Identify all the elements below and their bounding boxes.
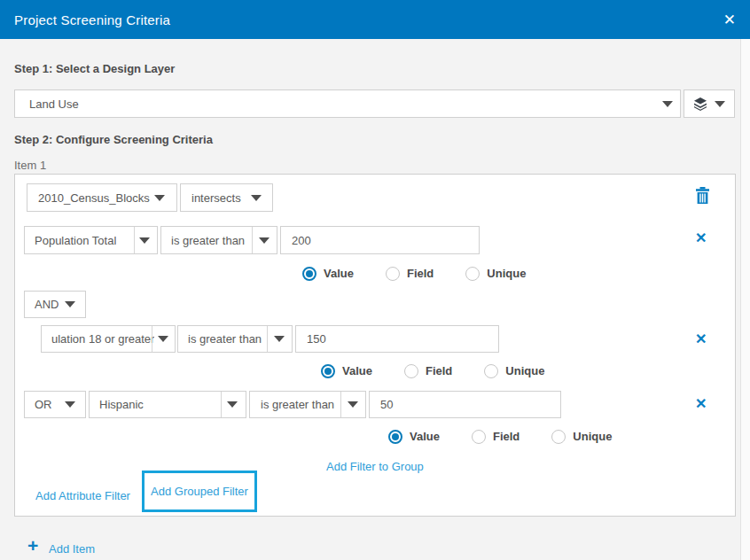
add-grouped-filter-link[interactable]: Add Grouped Filter <box>151 485 248 498</box>
divider <box>221 392 222 417</box>
radio-icon[interactable] <box>465 267 480 281</box>
chevron-down-icon <box>227 401 238 408</box>
remove-filter2-icon[interactable]: ✕ <box>695 332 707 346</box>
filter2-operator-dropdown[interactable]: is greater than <box>177 325 293 353</box>
close-icon[interactable]: ✕ <box>723 12 736 27</box>
radio-label: Field <box>426 364 452 377</box>
chevron-down-icon <box>154 195 165 201</box>
radio-option-unique[interactable]: Unique <box>484 364 544 378</box>
radio-label: Unique <box>505 364 544 377</box>
chevron-down-icon <box>65 401 75 408</box>
join-operator-dropdown[interactable]: AND <box>24 291 86 318</box>
add-filter-to-group-link[interactable]: Add Filter to Group <box>326 460 424 473</box>
filter1-operator-value: is greater than <box>161 234 245 247</box>
design-layer-select[interactable]: Land Use <box>14 89 681 118</box>
chevron-down-icon <box>65 301 75 307</box>
filter3-join-dropdown[interactable]: OR <box>24 391 86 418</box>
layers-icon <box>693 97 707 111</box>
filter2-value-type-radios: Value Field Unique <box>321 363 544 378</box>
spatial-operator-dropdown[interactable]: intersects <box>180 183 273 212</box>
remove-filter3-icon[interactable]: ✕ <box>695 397 707 411</box>
radio-option-value[interactable]: Value <box>302 267 354 281</box>
join-operator-value: AND <box>25 298 59 311</box>
filter3-operator-value: is greater than <box>250 398 334 411</box>
radio-option-field[interactable]: Field <box>404 364 452 378</box>
filter1-field-value: Population Total <box>25 234 116 247</box>
divider <box>134 227 135 253</box>
item-layer-value: 2010_Census_Blocks <box>27 191 150 205</box>
filter1-value-input[interactable] <box>280 226 480 254</box>
radio-icon[interactable] <box>472 430 486 444</box>
filter3-value-input[interactable] <box>369 391 561 418</box>
filter1-value-type-radios: Value Field Unique <box>302 266 526 281</box>
filter2-field-value: ulation 18 or greater <box>42 332 154 346</box>
radio-icon[interactable] <box>484 364 498 378</box>
divider <box>267 326 268 352</box>
chevron-down-icon <box>139 237 150 244</box>
divider <box>152 326 152 352</box>
filter3-field-dropdown[interactable]: Hispanic <box>89 391 246 418</box>
item1-label: Item 1 <box>14 159 46 172</box>
step1-label: Step 1: Select a Design Layer <box>14 62 175 75</box>
design-layer-value: Land Use <box>15 97 79 111</box>
radio-option-value[interactable]: Value <box>388 430 440 444</box>
divider <box>252 227 253 253</box>
filter2-value-input[interactable] <box>295 325 499 353</box>
radio-label: Unique <box>487 267 526 280</box>
plus-icon[interactable]: + <box>27 536 38 555</box>
spatial-operator-value: intersects <box>181 191 241 205</box>
filter3-operator-dropdown[interactable]: is greater than <box>249 391 366 418</box>
add-item-link[interactable]: Add Item <box>49 542 95 556</box>
radio-option-field[interactable]: Field <box>386 267 434 281</box>
radio-label: Value <box>342 364 372 377</box>
scrollbar-track[interactable] <box>740 39 750 560</box>
add-attribute-filter-link[interactable]: Add Attribute Filter <box>35 489 130 502</box>
filter2-operator-value: is greater than <box>178 332 262 346</box>
radio-label: Value <box>324 267 354 280</box>
radio-option-unique[interactable]: Unique <box>465 267 526 281</box>
radio-icon[interactable] <box>404 364 418 378</box>
chevron-down-icon <box>348 401 358 408</box>
chevron-down-icon <box>274 336 285 342</box>
radio-selected-icon[interactable] <box>321 364 335 378</box>
dialog-header: Project Screening Criteria ✕ <box>0 0 750 39</box>
radio-icon[interactable] <box>386 267 400 281</box>
chevron-down-icon <box>158 336 168 342</box>
radio-icon[interactable] <box>551 430 566 444</box>
add-grouped-filter-highlight: Add Grouped Filter <box>142 471 257 512</box>
filter1-field-dropdown[interactable]: Population Total <box>24 226 158 254</box>
radio-option-field[interactable]: Field <box>472 430 520 444</box>
filter3-value-type-radios: Value Field Unique <box>388 429 612 444</box>
divider <box>340 392 341 417</box>
radio-selected-icon[interactable] <box>388 430 402 444</box>
dialog-title: Project Screening Criteria <box>14 12 170 27</box>
radio-selected-icon[interactable] <box>302 267 316 281</box>
radio-label: Value <box>410 430 440 443</box>
step2-label: Step 2: Configure Screening Criteria <box>14 133 213 146</box>
trash-icon <box>695 187 710 205</box>
filter3-field-value: Hispanic <box>90 398 144 411</box>
filter2-field-dropdown[interactable]: ulation 18 or greater <box>41 325 176 353</box>
chevron-down-icon <box>662 101 673 107</box>
layer-options-button[interactable] <box>684 89 735 118</box>
chevron-down-icon <box>715 101 725 107</box>
radio-label: Field <box>493 430 520 443</box>
radio-label: Field <box>407 267 434 280</box>
delete-item-button[interactable] <box>695 187 710 208</box>
remove-filter1-icon[interactable]: ✕ <box>695 231 707 245</box>
chevron-down-icon <box>259 237 270 244</box>
item-layer-dropdown[interactable]: 2010_Census_Blocks <box>27 183 177 212</box>
chevron-down-icon <box>251 195 262 201</box>
filter1-operator-dropdown[interactable]: is greater than <box>160 226 277 254</box>
radio-option-value[interactable]: Value <box>321 364 372 378</box>
filter3-join-value: OR <box>25 398 52 411</box>
radio-option-unique[interactable]: Unique <box>551 430 612 444</box>
radio-label: Unique <box>573 430 612 443</box>
